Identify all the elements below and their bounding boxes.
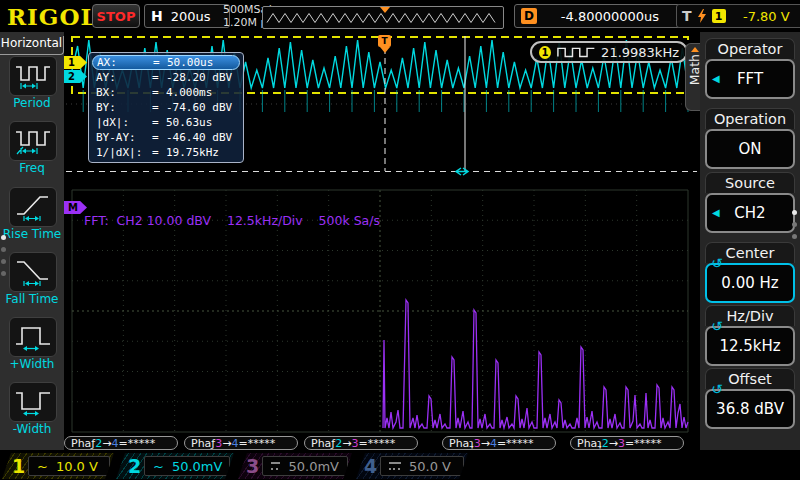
menu-group-source: Source ◀ CH2 [705,172,795,233]
measure-item-rise-time[interactable] [9,187,57,227]
freq-icon [13,126,53,156]
trigger-icon: T [682,8,692,24]
timebase-value: 200us [171,9,211,24]
measure-item-pos-width[interactable] [9,317,57,357]
math-softkey-menu: Operator ◀ FFT Operation ON Source ◀ CH2… [700,32,800,450]
center-value-button[interactable]: ↺ 0.00 Hz [705,263,795,303]
chevron-left-icon: ◀ [712,61,720,97]
channel-2-scale: 50.0mV [172,459,223,474]
cursor-value: 19.75kHz [166,145,236,160]
chevron-left-icon: ◀ [712,195,720,231]
arrow-right-icon: → [609,437,618,450]
channel-1-number: 1 [12,455,25,477]
sidebar-page-dots [1,228,7,283]
neg-width-icon [13,387,53,417]
phase-measure-4[interactable]: Phaʇ3→4=***** [442,436,556,450]
dc-coupling-icon [389,462,401,471]
cursor-row-inv-dx[interactable]: 1/|dX|: = 19.75kHz [92,145,240,160]
measure-value: =***** [625,437,662,450]
channel-4-number: 4 [364,455,377,477]
measure-category-title[interactable]: Horizontal [0,36,64,55]
channel-status-bar: 1 ~ 10.0 V 2 ~ 50.0mV 3 50.0mV 4 50.0 V [0,452,800,480]
arrow-right-icon: → [342,437,351,450]
brand-logo: RIGOL [7,3,98,30]
phase-measure-3[interactable]: Phaƒ2→3=***** [304,436,418,450]
measure-src-channel: 3 [215,437,222,450]
measurement-result-bar: Phaƒ2→4=***** Phaƒ3→4=***** Phaƒ2→3=****… [0,436,800,452]
measure-label-period[interactable]: Period [0,96,64,109]
measure-dst-channel: 4 [111,437,118,450]
operation-value-button[interactable]: ON [705,129,795,169]
slope-trigger-icon [697,9,707,24]
center-value: 0.00 Hz [721,274,778,292]
operator-value-button[interactable]: ◀ FFT [705,59,795,99]
operator-value: FFT [737,70,763,88]
cursor-eq: = [153,56,167,69]
measure-src-channel: 2 [95,437,102,450]
channel-1-scale: 10.0 V [56,459,98,474]
trigger-position-marker[interactable]: T [378,35,391,47]
cursor-row-bx[interactable]: BX: = 4.000ms [92,85,240,100]
measure-value: =***** [118,437,155,450]
cursor-row-by[interactable]: BY: = -74.60 dBV [92,100,240,115]
trigger-source-badge: 1 [712,9,726,23]
cursor-handle-icon[interactable] [456,168,468,175]
channel-1-status[interactable]: 1 ~ 10.0 V [2,453,114,479]
cursor-label: AY: [96,70,152,85]
cursor-measurement-panel: AX: = 50.00us AY: = -28.20 dBV BX: = 4.0… [88,52,244,163]
measure-value: =***** [238,437,275,450]
measure-sidebar: Horizontal Period Freq Rise Time Fall Ti [0,32,64,450]
trigger-status-box[interactable]: T 1 -7.80 V [676,4,800,28]
menu-group-hz-div: Hz/Div ↺ 12.5kHz [705,305,795,366]
math-tab-marker-icon [691,47,699,52]
cursor-label: AX: [97,56,153,69]
measure-item-period[interactable] [9,56,57,96]
measure-item-fall-time[interactable] [9,252,57,292]
measure-name: Pha [71,437,91,450]
measure-name: Pha [577,437,597,450]
menu-group-offset: Offset ↺ 36.8 dBV [705,368,795,429]
waveform-preview-bar[interactable] [262,6,504,29]
measure-label-freq[interactable]: Freq [0,161,64,174]
fall-time-icon [13,257,53,287]
channel-3-number: 3 [246,455,259,477]
offset-value-button[interactable]: ↺ 36.8 dBV [705,389,795,429]
cursor-row-ax[interactable]: AX: = 50.00us [92,55,240,70]
measure-dst-channel: 3 [618,437,625,450]
channel-4-status[interactable]: 4 50.0 V [356,453,468,479]
horizontal-timebase-box[interactable]: H 200us [144,4,230,28]
phase-measure-5[interactable]: Phaʇ2→3=***** [570,436,684,450]
source-value-button[interactable]: ◀ CH2 [705,193,795,233]
measure-label-rise-time[interactable]: Rise Time [0,227,64,240]
cursor-row-ay[interactable]: AY: = -28.20 dBV [92,70,240,85]
phase-measure-1[interactable]: Phaƒ2→4=***** [64,436,178,450]
hz-div-value: 12.5kHz [719,337,780,355]
cursor-eq: = [152,100,166,115]
preview-trigger-position-icon[interactable] [380,7,390,13]
cursor-value: 50.63us [166,115,236,130]
measure-label-neg-width[interactable]: -Width [0,422,64,435]
measure-value: =***** [497,437,534,450]
cursor-value: -46.40 dBV [166,130,236,145]
trigger-level-value: -7.80 V [731,9,800,24]
measure-label-pos-width[interactable]: +Width [0,357,64,370]
measure-name: Pha [449,437,469,450]
arrow-right-icon: → [222,437,231,450]
phase-measure-2[interactable]: Phaƒ3→4=***** [184,436,298,450]
operation-value: ON [738,140,761,158]
channel-2-status[interactable]: 2 ~ 50.0mV [116,453,234,479]
hz-div-value-button[interactable]: ↺ 12.5kHz [705,326,795,366]
cursor-label: 1/|dX|: [96,145,152,160]
measure-item-freq[interactable] [9,121,57,161]
channel-3-status[interactable]: 3 50.0mV [238,453,352,479]
arrow-right-icon: → [102,437,111,450]
cursor-row-dx[interactable]: |dX|: = 50.63us [92,115,240,130]
measure-item-neg-width[interactable] [9,382,57,422]
measure-label-fall-time[interactable]: Fall Time [0,292,64,305]
measure-value: =***** [358,437,395,450]
trigger-delay-box[interactable]: D -4.80000000us [514,4,682,28]
fft-trace [383,300,688,428]
counter-source-badge: 1 [539,46,551,59]
run-stop-indicator[interactable]: STOP [92,4,140,28]
cursor-row-by-ay[interactable]: BY-AY: = -46.40 dBV [92,130,240,145]
